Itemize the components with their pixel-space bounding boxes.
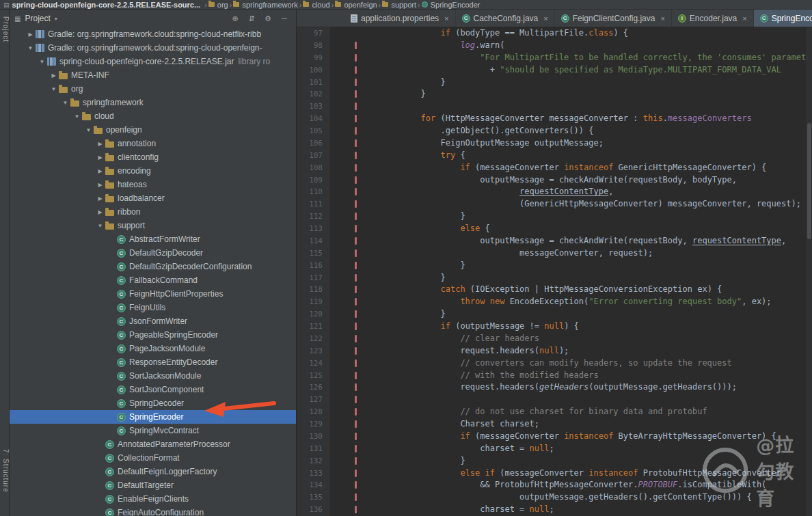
collapse-arrow-icon[interactable]: ▼: [37, 59, 47, 65]
code-line-97[interactable]: 97 if (bodyType == MultipartFile.class) …: [297, 27, 812, 40]
code-line-128[interactable]: 128 // do not use charset for binary dat…: [297, 406, 812, 418]
code-line-115[interactable]: 115 messageConverter, request);: [297, 247, 812, 260]
tree-item-springencoder[interactable]: CSpringEncoder: [10, 410, 296, 424]
collapse-arrow-icon[interactable]: ▼: [49, 86, 59, 92]
breadcrumb-root[interactable]: spring-cloud-openfeign-core-2.2.5.RELEAS…: [12, 1, 201, 9]
code-line-113[interactable]: 113 else {: [297, 223, 812, 235]
tree-item-encoding[interactable]: ▶encoding: [10, 164, 296, 178]
scrollbar-thumb[interactable]: [807, 123, 811, 239]
code-line-123[interactable]: 123 request.headers(null);: [297, 345, 812, 357]
tree-item-ribbon[interactable]: ▶ribbon: [10, 205, 296, 219]
tab-application-properties[interactable]: application.properties×: [344, 10, 456, 27]
tree-item-sortjacksonmodule[interactable]: CSortJacksonModule: [10, 369, 296, 383]
expand-arrow-icon[interactable]: ▶: [95, 141, 105, 147]
tree-item-annotation[interactable]: ▶annotation: [10, 137, 296, 150]
breadcrumb-item-springencoder[interactable]: SpringEncoder: [422, 1, 481, 9]
chevron-down-icon[interactable]: ▾: [55, 16, 57, 22]
code-line-126[interactable]: 126 request.headers(getHeaders(outputMes…: [297, 381, 812, 394]
code-line-112[interactable]: 112 }: [297, 211, 812, 223]
locate-icon[interactable]: ⊕: [229, 14, 241, 23]
tree-item-enablefeignclients[interactable]: CEnableFeignClients: [10, 492, 296, 506]
collapse-all-icon[interactable]: ⇵: [245, 14, 258, 23]
tree-item-gradle-org-springframework-cloud-spring-cloud-netflix-ribb[interactable]: ▶Gradle: org.springframework.cloud:sprin…: [10, 27, 296, 41]
code-line-120[interactable]: 120 }: [297, 308, 812, 321]
expand-arrow-icon[interactable]: ▶: [49, 72, 59, 79]
code-line-108[interactable]: 108 if (messageConverter instanceof Gene…: [297, 162, 812, 174]
tab-cacheconfig-java[interactable]: CCacheConfig.java×: [456, 10, 555, 27]
code-line-102[interactable]: 102 }: [297, 88, 812, 100]
hide-panel-icon[interactable]: ─: [278, 14, 290, 23]
code-line-114[interactable]: 114 outputMessage = checkAndWrite(reques…: [297, 235, 812, 247]
close-tab-icon[interactable]: ×: [444, 14, 448, 23]
collapse-arrow-icon[interactable]: ▼: [25, 45, 36, 51]
tree-item-defaultfeignloggerfactory[interactable]: CDefaultFeignLoggerFactory: [10, 465, 296, 478]
collapse-arrow-icon[interactable]: ▼: [83, 127, 94, 133]
code-line-117[interactable]: 117 }: [297, 272, 812, 284]
collapse-arrow-icon[interactable]: ▼: [60, 100, 70, 106]
code-line-99[interactable]: 99 "For MultipartFile to be handled corr…: [297, 52, 812, 64]
close-tab-icon[interactable]: ×: [543, 14, 547, 23]
tree-item-support[interactable]: ▼support: [10, 219, 296, 232]
tree-item-defaulttargeter[interactable]: CDefaultTargeter: [10, 478, 296, 492]
code-line-111[interactable]: 111 (GenericHttpMessageConverter) messag…: [297, 198, 812, 211]
expand-arrow-icon[interactable]: ▶: [95, 154, 105, 161]
code-line-118[interactable]: 118 catch (IOException | HttpMessageConv…: [297, 284, 812, 296]
code-line-105[interactable]: 105 .getObject().getConverters()) {: [297, 125, 812, 137]
tree-item-pagejacksonmodule[interactable]: CPageJacksonModule: [10, 342, 296, 355]
code-line-124[interactable]: 124 // converters can modify headers, so…: [297, 357, 812, 370]
tree-item-fallbackcommand[interactable]: CFallbackCommand: [10, 273, 296, 287]
tool-stripe-project[interactable]: Project: [1, 16, 10, 42]
close-tab-icon[interactable]: ×: [660, 14, 664, 23]
tree-item-openfeign[interactable]: ▼openfeign: [10, 123, 296, 137]
tree-item-cloud[interactable]: ▼cloud: [10, 109, 296, 123]
tab-encoder-java[interactable]: IEncoder.java×: [672, 10, 754, 27]
code-line-104[interactable]: 104 for (HttpMessageConverter messageCon…: [297, 113, 812, 125]
expand-arrow-icon[interactable]: ▶: [95, 182, 105, 188]
tree-item-springdecoder[interactable]: CSpringDecoder: [10, 396, 296, 410]
code-line-122[interactable]: 122 // clear headers: [297, 333, 812, 345]
tree-item-springframework[interactable]: ▼springframework: [10, 96, 296, 109]
breadcrumb-item-cloud[interactable]: cloud: [303, 1, 329, 9]
tree-item-defaultgzipdecoderconfiguration[interactable]: CDefaultGzipDecoderConfiguration: [10, 260, 296, 273]
tree-item-feignutils[interactable]: CFeignUtils: [10, 301, 296, 314]
tree-item-loadbalancer[interactable]: ▶loadbalancer: [10, 191, 296, 205]
tree-item-org[interactable]: ▼org: [10, 82, 296, 96]
tree-item-pageablespringencoder[interactable]: CPageableSpringEncoder: [10, 328, 296, 342]
code-line-119[interactable]: 119 throw new EncodeException("Error con…: [297, 296, 812, 308]
settings-gear-icon[interactable]: ⚙: [262, 14, 274, 23]
code-line-106[interactable]: 106 FeignOutputMessage outputMessage;: [297, 137, 812, 150]
tree-item-annotatedparameterprocessor[interactable]: CAnnotatedParameterProcessor: [10, 437, 296, 451]
tree-item-defaultgzipdecoder[interactable]: CDefaultGzipDecoder: [10, 246, 296, 260]
expand-arrow-icon[interactable]: ▶: [95, 209, 105, 215]
breadcrumb-item-org[interactable]: org: [208, 1, 228, 9]
expand-arrow-icon[interactable]: ▶: [95, 168, 105, 174]
code-line-107[interactable]: 107 try {: [297, 150, 812, 162]
collapse-arrow-icon[interactable]: ▼: [72, 113, 82, 120]
tree-item-feignhttpclientproperties[interactable]: CFeignHttpClientProperties: [10, 287, 296, 301]
breadcrumb-item-support[interactable]: support: [382, 1, 416, 9]
code-line-121[interactable]: 121 if (outputMessage != null) {: [297, 321, 812, 333]
expand-arrow-icon[interactable]: ▶: [95, 195, 105, 202]
tree-item-responseentitydecoder[interactable]: CResponseEntityDecoder: [10, 355, 296, 369]
tab-feignclientconfig-java[interactable]: CFeignClientConfig.java×: [555, 10, 672, 27]
tree-item-spring-cloud-openfeign-core-2-2-5-release-jar[interactable]: ▼spring-cloud-openfeign-core-2.2.5.RELEA…: [10, 55, 296, 68]
tree-item-clientconfig[interactable]: ▶clientconfig: [10, 150, 296, 164]
breadcrumb-item-openfeign[interactable]: openfeign: [335, 1, 377, 9]
tree-item-springmvccontract[interactable]: CSpringMvcContract: [10, 424, 296, 437]
code-line-101[interactable]: 101 }: [297, 77, 812, 89]
tab-springencoder-java[interactable]: CSpringEncoder.java×: [754, 10, 812, 27]
tree-item-gradle-org-springframework-cloud-spring-cloud-openfeign[interactable]: ▼Gradle: org.springframework.cloud:sprin…: [10, 41, 296, 55]
editor-scrollbar[interactable]: [807, 27, 812, 516]
close-tab-icon[interactable]: ×: [742, 14, 746, 23]
tree-item-sortjsoncomponent[interactable]: CSortJsonComponent: [10, 383, 296, 396]
tool-stripe-structure[interactable]: 7: Structure: [1, 449, 10, 493]
breadcrumb-item-springframework[interactable]: springframework: [233, 1, 297, 9]
editor-pane[interactable]: 97 if (bodyType == MultipartFile.class) …: [297, 27, 812, 516]
code-line-125[interactable]: 125 // with the modified headers: [297, 370, 812, 382]
code-line-100[interactable]: 100 + "should be specified as MediaType.…: [297, 64, 812, 77]
tree-item-feignautoconfiguration[interactable]: CFeignAutoConfiguration: [10, 506, 296, 516]
code-line-98[interactable]: 98 log.warn(: [297, 40, 812, 52]
project-panel-title[interactable]: Project: [25, 14, 50, 23]
expand-arrow-icon[interactable]: ▶: [25, 31, 36, 38]
tree-item-jsonformwriter[interactable]: CJsonFormWriter: [10, 314, 296, 328]
